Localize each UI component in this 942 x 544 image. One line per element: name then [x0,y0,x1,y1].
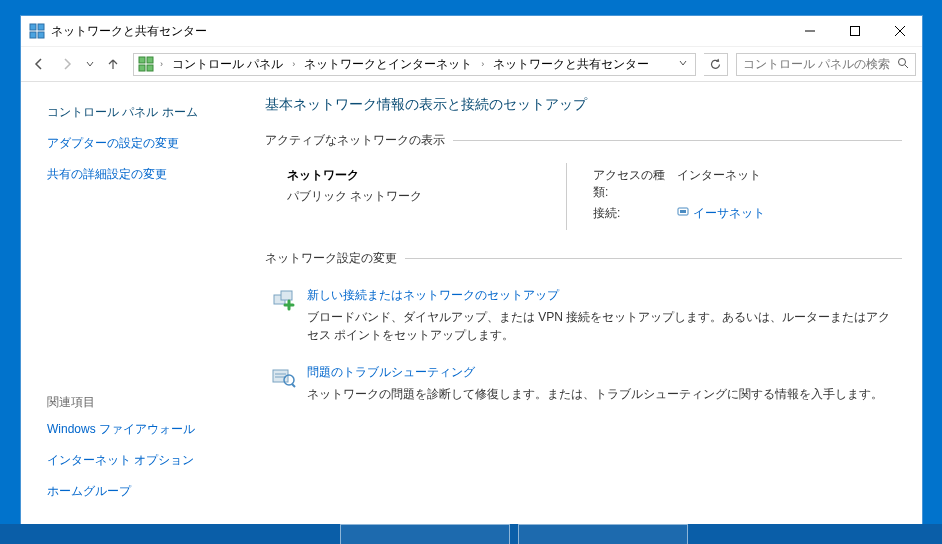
breadcrumb-sep: › [157,59,166,69]
breadcrumb-sep: › [289,59,298,69]
minimize-button[interactable] [787,17,832,46]
svg-rect-10 [139,65,145,71]
window-controls [787,17,922,46]
sidebar-link-inetopt[interactable]: インターネット オプション [47,452,227,469]
taskbar-item[interactable] [518,524,688,544]
change-settings-label: ネットワーク設定の変更 [265,250,902,267]
svg-point-12 [899,58,906,65]
search-box[interactable] [736,53,916,76]
svg-rect-3 [38,32,44,38]
search-input[interactable] [743,57,897,71]
search-icon[interactable] [897,57,909,72]
close-button[interactable] [877,17,922,46]
sidebar-related-title: 関連項目 [47,394,227,411]
recent-dropdown[interactable] [83,52,97,76]
refresh-button[interactable] [704,53,728,76]
svg-rect-5 [850,27,859,36]
sidebar-home-link[interactable]: コントロール パネル ホーム [47,104,227,121]
network-info: ネットワーク パブリック ネットワーク [287,163,567,230]
setup-link[interactable]: 新しい接続またはネットワークのセットアップ [307,287,902,304]
svg-rect-1 [38,24,44,30]
svg-rect-11 [147,65,153,71]
main-panel: 基本ネットワーク情報の表示と接続のセットアップ アクティブなネットワークの表示 … [237,82,922,524]
access-value: インターネット [677,167,761,201]
app-icon [29,23,45,39]
troubleshoot-link[interactable]: 問題のトラブルシューティング [307,364,902,381]
svg-rect-8 [139,57,145,63]
connection-label: 接続: [593,205,677,222]
window-title: ネットワークと共有センター [51,23,207,40]
access-label: アクセスの種類: [593,167,677,201]
sidebar-link-firewall[interactable]: Windows ファイアウォール [47,421,227,438]
breadcrumb-sep: › [478,59,487,69]
titlebar: ネットワークと共有センター [21,16,922,46]
svg-line-13 [905,65,908,68]
svg-rect-2 [30,32,36,38]
connection-link[interactable]: イーサネット [677,205,765,222]
content: コントロール パネル ホーム アダプターの設定の変更 共有の詳細設定の変更 関連… [21,82,922,524]
back-button[interactable] [27,52,51,76]
page-title: 基本ネットワーク情報の表示と接続のセットアップ [265,96,902,114]
sidebar-link-sharing[interactable]: 共有の詳細設定の変更 [47,166,227,183]
up-button[interactable] [101,52,125,76]
sidebar-link-homegroup[interactable]: ホームグループ [47,483,227,500]
ethernet-icon [677,206,689,221]
forward-button[interactable] [55,52,79,76]
svg-line-22 [292,384,295,387]
sidebar: コントロール パネル ホーム アダプターの設定の変更 共有の詳細設定の変更 関連… [21,82,237,524]
breadcrumb-icon [138,56,154,72]
sidebar-link-adapter[interactable]: アダプターの設定の変更 [47,135,227,152]
svg-rect-17 [281,291,292,300]
troubleshoot-desc: ネットワークの問題を診断して修復します。または、トラブルシューティングに関する情… [307,385,902,403]
network-details: アクセスの種類: インターネット 接続: イーサネット [567,163,765,230]
settings-item-troubleshoot: 問題のトラブルシューティング ネットワークの問題を診断して修復します。または、ト… [265,358,902,417]
breadcrumb[interactable]: › コントロール パネル › ネットワークとインターネット › ネットワークと共… [133,53,696,76]
maximize-button[interactable] [832,17,877,46]
breadcrumb-item[interactable]: ネットワークとインターネット [301,54,475,75]
troubleshoot-icon [271,364,297,390]
setup-icon [271,287,297,313]
breadcrumb-item[interactable]: ネットワークと共有センター [490,54,652,75]
taskbar [0,524,942,544]
svg-rect-15 [680,210,686,213]
connection-value: イーサネット [693,205,765,222]
breadcrumb-item[interactable]: コントロール パネル [169,54,286,75]
breadcrumb-dropdown[interactable] [675,59,691,69]
toolbar: › コントロール パネル › ネットワークとインターネット › ネットワークと共… [21,46,922,82]
active-networks-text: アクティブなネットワークの表示 [265,132,445,149]
svg-rect-0 [30,24,36,30]
setup-desc: ブロードバンド、ダイヤルアップ、または VPN 接続をセットアップします。あるい… [307,308,902,344]
change-settings-text: ネットワーク設定の変更 [265,250,397,267]
svg-rect-9 [147,57,153,63]
window: ネットワークと共有センター [20,15,923,525]
settings-item-setup: 新しい接続またはネットワークのセットアップ ブロードバンド、ダイヤルアップ、また… [265,281,902,358]
active-networks-label: アクティブなネットワークの表示 [265,132,902,149]
taskbar-item[interactable] [340,524,510,544]
network-row: ネットワーク パブリック ネットワーク アクセスの種類: インターネット 接続: [265,163,902,250]
network-type: パブリック ネットワーク [287,188,566,205]
network-name: ネットワーク [287,167,566,184]
